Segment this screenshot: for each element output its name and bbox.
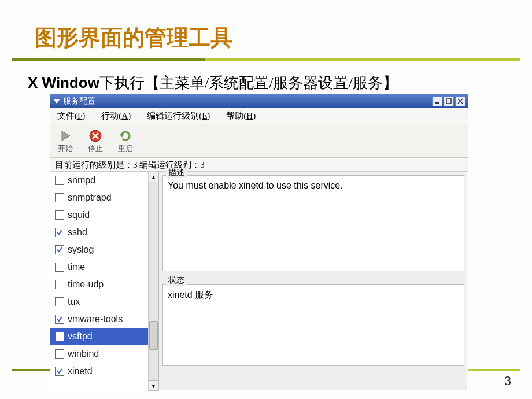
service-name: squid — [68, 210, 90, 220]
restart-icon — [118, 128, 133, 143]
service-checkbox[interactable] — [55, 193, 64, 202]
service-checkbox[interactable] — [55, 349, 64, 359]
instruction-text: X Window下执行【主菜单/系统配置/服务器设置/服务】 — [0, 61, 532, 97]
menu-edit-runlevel[interactable]: 编辑运行级别(E) — [143, 109, 213, 123]
service-item-xinetd[interactable]: xinetd — [50, 363, 148, 380]
menu-file[interactable]: 文件(F) — [54, 109, 88, 123]
service-item-snmpd[interactable]: snmpd — [50, 172, 148, 189]
instruction-prefix: X Window — [28, 74, 99, 91]
service-name: tux — [68, 297, 80, 307]
service-checkbox[interactable] — [55, 367, 64, 376]
window-menu-icon — [53, 97, 61, 105]
scroll-track[interactable] — [149, 182, 158, 380]
content-area: snmpdsnmptrapdsquidsshdsyslogtimetime-ud… — [50, 172, 468, 391]
service-checkbox[interactable] — [55, 228, 64, 237]
restart-button[interactable]: 重启 — [114, 128, 137, 154]
scroll-down-button[interactable]: ▼ — [149, 380, 158, 391]
service-name: sshd — [68, 227, 87, 238]
service-item-time[interactable]: time — [50, 258, 148, 276]
maximize-button[interactable] — [444, 96, 454, 106]
svg-marker-5 — [62, 131, 70, 141]
service-config-window: 服务配置 文件(F) 行动(A) 编辑运行级别(E) 帮助(H) 开始 停止 重… — [50, 94, 468, 391]
service-item-squid[interactable]: squid — [50, 206, 148, 224]
instruction-path: 下执行【主菜单/系统配置/服务器设置/服务】 — [99, 75, 398, 91]
service-checkbox[interactable] — [55, 332, 64, 341]
service-item-snmptrapd[interactable]: snmptrapd — [50, 189, 148, 206]
menubar: 文件(F) 行动(A) 编辑运行级别(E) 帮助(H) — [50, 108, 468, 124]
status-text: xinetd 服务 — [162, 284, 464, 366]
service-item-winbind[interactable]: winbind — [50, 345, 148, 363]
stop-icon — [88, 128, 103, 143]
svg-marker-9 — [120, 134, 124, 138]
description-text: You must enable xinetd to use this servi… — [162, 175, 464, 271]
runlevel-status: 目前运行的级别是：3 编辑运行级别：3 — [50, 158, 468, 172]
service-name: snmptrapd — [68, 193, 112, 203]
service-checkbox[interactable] — [55, 297, 64, 306]
window-title: 服务配置 — [63, 96, 432, 106]
service-name: xinetd — [68, 366, 93, 376]
menu-action[interactable]: 行动(A) — [98, 109, 134, 123]
minimize-icon — [434, 98, 440, 104]
close-icon — [457, 98, 463, 104]
service-item-time-udp[interactable]: time-udp — [50, 276, 148, 293]
scroll-up-button[interactable]: ▲ — [149, 172, 158, 182]
start-button[interactable]: 开始 — [54, 128, 77, 154]
list-scrollbar[interactable]: ▲ ▼ — [148, 172, 158, 391]
status-label: 状态 — [166, 275, 187, 286]
service-checkbox[interactable] — [55, 315, 64, 324]
service-name: winbind — [68, 349, 99, 359]
menu-help[interactable]: 帮助(H) — [223, 109, 259, 123]
svg-rect-2 — [446, 99, 451, 104]
service-name: syslog — [68, 245, 94, 255]
service-checkbox[interactable] — [55, 245, 64, 254]
scroll-thumb[interactable] — [149, 321, 158, 350]
service-item-sshd[interactable]: sshd — [50, 224, 148, 241]
service-item-vmware-tools[interactable]: vmware-tools — [50, 311, 148, 328]
service-checkbox[interactable] — [55, 210, 64, 220]
service-name: vsftpd — [68, 331, 93, 342]
close-button[interactable] — [455, 96, 466, 106]
service-list-pane: snmpdsnmptrapdsquidsshdsyslogtimetime-ud… — [50, 172, 159, 391]
svg-rect-1 — [435, 102, 439, 104]
service-checkbox[interactable] — [55, 263, 64, 272]
service-name: time — [68, 262, 85, 272]
service-item-syslog[interactable]: syslog — [50, 241, 148, 258]
window-titlebar[interactable]: 服务配置 — [50, 94, 468, 108]
detail-pane: 描述 You must enable xinetd to use this se… — [159, 172, 468, 391]
svg-marker-0 — [53, 99, 60, 104]
service-checkbox[interactable] — [55, 176, 64, 185]
page-number: 3 — [504, 374, 511, 389]
service-item-tux[interactable]: tux — [50, 293, 148, 311]
stop-button[interactable]: 停止 — [84, 128, 107, 154]
maximize-icon — [446, 98, 452, 104]
service-name: snmpd — [68, 175, 95, 186]
service-name: vmware-tools — [68, 314, 123, 324]
play-icon — [58, 128, 73, 143]
description-label: 描述 — [166, 168, 187, 178]
toolbar: 开始 停止 重启 — [50, 124, 468, 158]
slide-title: 图形界面的管理工具 — [0, 0, 532, 58]
service-checkbox[interactable] — [55, 280, 64, 289]
service-item-vsftpd[interactable]: vsftpd — [50, 328, 148, 345]
minimize-button[interactable] — [432, 96, 442, 106]
service-name: time-udp — [68, 279, 104, 290]
